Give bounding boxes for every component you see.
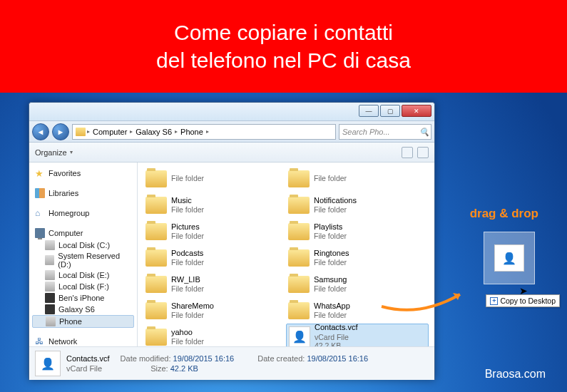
file-item-folder[interactable]: PlaylistsFile folder xyxy=(286,218,429,244)
details-modified-label: Date modified: xyxy=(121,354,171,363)
plus-icon: + xyxy=(490,297,498,305)
copy-tooltip: + Copy to Desktop xyxy=(486,294,560,307)
desktop-background: Come copiare i contatti del telefono nel… xyxy=(0,0,567,392)
file-type: File folder xyxy=(314,311,350,320)
libraries-icon xyxy=(35,188,45,198)
file-type: vCard File xyxy=(315,333,358,342)
file-item-folder[interactable]: File folder xyxy=(286,165,429,192)
drag-drop-label: drag & drop xyxy=(470,207,538,221)
file-name: Pictures xyxy=(171,222,204,232)
folder-icon xyxy=(145,302,167,319)
banner-line-2: del telefono nel PC di casa xyxy=(156,46,411,74)
folder-icon xyxy=(145,197,167,214)
sidebar-drive[interactable]: Local Disk (F:) xyxy=(29,281,137,292)
file-type: File folder xyxy=(314,258,349,267)
details-size-label: Size: xyxy=(150,364,168,373)
folder-icon xyxy=(145,249,167,267)
banner-line-1: Come copiare i contatti xyxy=(174,19,393,46)
details-filename: Contacts.vcf xyxy=(66,354,110,363)
chevron-right-icon: ▸ xyxy=(175,128,178,135)
breadcrumb-part[interactable]: Phone xyxy=(179,128,205,136)
organize-label: Organize xyxy=(35,148,67,157)
phone-icon xyxy=(45,304,55,314)
watermark: Braosa.com xyxy=(485,368,546,381)
file-type: File folder xyxy=(314,205,357,215)
sidebar-computer[interactable]: Computer xyxy=(29,227,137,239)
file-type: File folder xyxy=(171,284,204,294)
window-body: ★Favorites Libraries ⌂Homegroup Computer… xyxy=(29,163,434,346)
title-banner: Come copiare i contatti del telefono nel… xyxy=(0,0,567,93)
sidebar-network[interactable]: 🖧Network xyxy=(29,335,137,346)
explorer-window: — ▢ ✕ ◄ ► ▸ Computer ▸ Galaxy S6 ▸ Phone… xyxy=(29,102,435,380)
folder-icon xyxy=(288,197,310,214)
details-created: 19/08/2015 16:16 xyxy=(307,354,368,363)
folder-icon xyxy=(288,302,310,319)
vcard-icon xyxy=(289,326,310,347)
file-type: File folder xyxy=(171,205,204,215)
file-item-folder[interactable]: MusicFile folder xyxy=(143,192,286,218)
file-item-folder[interactable]: File folder xyxy=(143,165,286,192)
desktop-drop-target[interactable] xyxy=(484,232,535,284)
file-item-vcf[interactable]: Contacts.vcfvCard File42.2 KB xyxy=(286,324,429,346)
breadcrumb-part[interactable]: Galaxy S6 xyxy=(134,128,173,136)
sidebar-favorites[interactable]: ★Favorites xyxy=(29,167,137,180)
file-size: 42.2 KB xyxy=(315,341,358,346)
file-name: ShareMemo xyxy=(171,301,214,311)
file-item-folder[interactable]: PicturesFile folder xyxy=(143,218,286,244)
file-name: Samsung xyxy=(314,275,347,284)
file-name: Podcasts xyxy=(171,249,204,258)
window-titlebar[interactable]: — ▢ ✕ xyxy=(29,103,434,121)
file-type: File folder xyxy=(171,258,204,267)
minimize-button[interactable]: — xyxy=(359,105,379,117)
file-item-folder[interactable]: yahooFile folder xyxy=(143,324,286,346)
sidebar-drive[interactable]: Ben's iPhone xyxy=(29,292,137,304)
file-item-folder[interactable]: NotificationsFile folder xyxy=(286,192,429,218)
file-type: File folder xyxy=(171,232,204,241)
file-name: yahoo xyxy=(171,328,204,337)
file-type: File folder xyxy=(314,174,347,183)
help-icon[interactable] xyxy=(417,147,429,158)
folder-icon xyxy=(288,170,310,187)
file-item-folder[interactable]: RingtonesFile folder xyxy=(286,244,429,271)
folder-icon xyxy=(145,170,167,187)
file-name: Contacts.vcf xyxy=(315,323,358,332)
maximize-button[interactable]: ▢ xyxy=(380,105,400,117)
folder-icon xyxy=(145,329,167,346)
toolbar-right xyxy=(402,147,429,158)
folder-icon xyxy=(145,223,167,240)
sidebar-homegroup[interactable]: ⌂Homegroup xyxy=(29,207,137,220)
file-name: Ringtones xyxy=(314,249,349,258)
file-name: WhatsApp xyxy=(314,301,350,311)
breadcrumb-part[interactable]: Computer xyxy=(91,128,128,136)
details-created-label: Date created: xyxy=(257,354,305,363)
organize-button[interactable]: Organize ▾ xyxy=(35,148,73,157)
file-type: File folder xyxy=(314,284,347,294)
phone-icon xyxy=(45,293,55,303)
chevron-down-icon: ▾ xyxy=(70,149,73,155)
file-item-folder[interactable]: ShareMemoFile folder xyxy=(143,297,286,324)
folder-icon xyxy=(288,276,310,293)
file-item-folder[interactable]: PodcastsFile folder xyxy=(143,244,286,271)
file-name: Playlists xyxy=(314,222,347,232)
back-button[interactable]: ◄ xyxy=(32,123,49,140)
sidebar-libraries[interactable]: Libraries xyxy=(29,187,137,200)
sidebar-drive[interactable]: Local Disk (C:) xyxy=(29,239,137,251)
network-icon: 🖧 xyxy=(35,336,45,346)
folder-icon xyxy=(76,128,86,136)
view-icon[interactable] xyxy=(402,147,413,158)
sidebar-drive[interactable]: System Reserved (D:) xyxy=(29,251,137,269)
search-input[interactable]: Search Pho... 🔍 xyxy=(339,124,431,140)
disk-icon xyxy=(45,282,55,292)
sidebar-drive-selected[interactable]: Phone xyxy=(32,315,134,328)
forward-button[interactable]: ► xyxy=(52,123,69,140)
breadcrumb[interactable]: ▸ Computer ▸ Galaxy S6 ▸ Phone ▸ xyxy=(72,124,336,140)
sidebar-drive[interactable]: Local Disk (E:) xyxy=(29,269,137,281)
file-item-folder[interactable]: RW_LIBFile folder xyxy=(143,271,286,297)
arrow-icon xyxy=(378,289,471,317)
computer-icon xyxy=(35,228,45,238)
sidebar-drive[interactable]: Galaxy S6 xyxy=(29,304,137,315)
disk-icon xyxy=(45,255,54,265)
close-button[interactable]: ✕ xyxy=(402,105,431,117)
file-type: File folder xyxy=(171,174,204,183)
file-column: File folderMusicFile folderPicturesFile … xyxy=(143,165,286,346)
